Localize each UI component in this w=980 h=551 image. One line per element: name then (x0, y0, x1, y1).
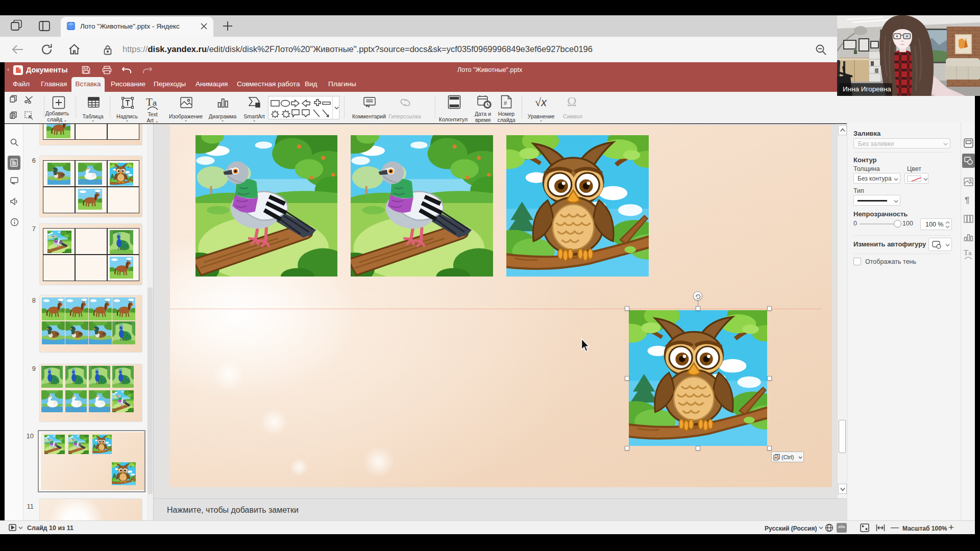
svg-text:#: # (504, 100, 507, 106)
